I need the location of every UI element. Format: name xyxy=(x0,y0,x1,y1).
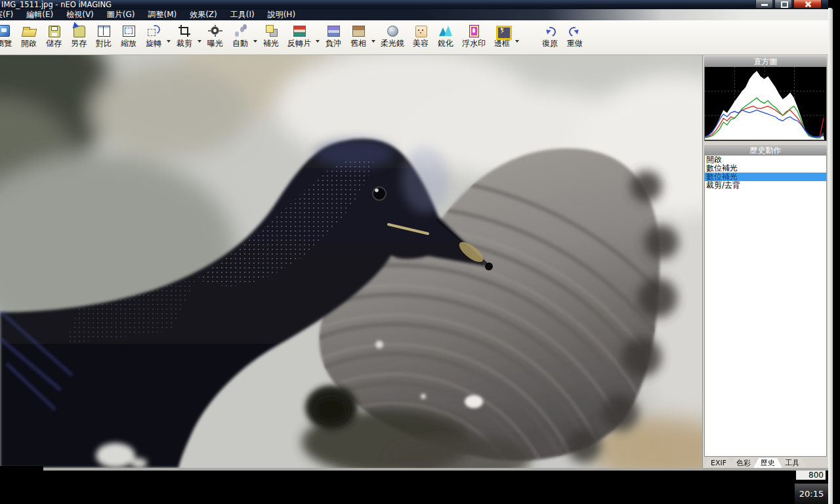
toolbar-group: 重做 xyxy=(562,22,587,49)
toolbar-button-label: 邊框 xyxy=(494,39,510,49)
crop-icon xyxy=(176,23,193,39)
toolbar-button-compare[interactable]: 對比 xyxy=(91,22,116,49)
beauty-icon xyxy=(412,23,429,39)
menu-item-7[interactable]: 說明(H) xyxy=(261,9,302,20)
toolbar-button-exposure[interactable]: 曝光 xyxy=(203,22,228,49)
toolbar-button-label: 縮放 xyxy=(121,39,136,49)
toolbar-group: 開啟 xyxy=(16,22,41,49)
menu-item-0[interactable]: 檔案(F) xyxy=(0,9,20,20)
toolbar-button-label: 反轉片 xyxy=(287,39,311,49)
window-right-frame xyxy=(828,8,833,504)
rotate-icon xyxy=(145,23,162,39)
dropdown-arrow-icon[interactable] xyxy=(253,23,259,49)
sidebar-tab-1[interactable]: 色彩 xyxy=(729,458,758,468)
toolbar-button-label: 對比 xyxy=(96,39,112,49)
title-bar[interactable]: IMG_1511.jpg - nEO iMAGING xyxy=(0,0,828,9)
toolbar-group: 負沖 xyxy=(321,22,346,49)
history-item-3[interactable]: 裁剪/去背 xyxy=(705,181,826,190)
toolbar: 瀏覽開啟儲存另存對比縮放旋轉裁剪曝光自動補光反轉片負沖舊相柔光鏡美容銳化浮水印邊… xyxy=(0,20,828,55)
toolbar-group: 曝光 xyxy=(203,22,228,49)
toolbar-button-sharpen[interactable]: 銳化 xyxy=(433,22,458,49)
desktop-black-area xyxy=(0,471,840,504)
toolbar-button-label: 自動 xyxy=(232,39,248,49)
soft-focus-icon xyxy=(384,23,401,39)
sharpen-icon xyxy=(437,23,454,39)
toolbar-button-cross-process[interactable]: 負沖 xyxy=(321,22,346,49)
toolbar-group: 柔光鏡 xyxy=(377,22,408,49)
toolbar-button-label: 曝光 xyxy=(207,39,223,49)
sidebar-tab-2[interactable]: 歷史 xyxy=(753,458,782,468)
right-sidebar: 直方圖 歷史動作 開啟數位補光數位補光裁剪/去背 EXIF色彩歷史工具 xyxy=(702,55,828,468)
toolbar-button-label: 儲存 xyxy=(46,39,62,49)
zoom-fit-icon xyxy=(120,23,137,39)
old-photo-icon xyxy=(350,23,367,39)
menu-item-1[interactable]: 編輯(E) xyxy=(20,9,60,20)
toolbar-button-label: 裁剪 xyxy=(177,39,192,49)
toolbar-group: 自動 xyxy=(228,22,259,49)
window-controls xyxy=(754,0,822,9)
menu-item-3[interactable]: 圖片(G) xyxy=(100,9,142,20)
screen: IMG_1511.jpg - nEO iMAGING 檔案(F)編輯(E)檢視(… xyxy=(0,0,840,504)
toolbar-button-save[interactable]: 儲存 xyxy=(41,22,66,49)
toolbar-button-old-photo[interactable]: 舊相 xyxy=(346,22,371,49)
history-panel-title: 歷史動作 xyxy=(704,145,827,156)
menu-item-6[interactable]: 工具(I) xyxy=(224,9,261,20)
toolbar-button-label: 浮水印 xyxy=(462,39,486,49)
toolbar-button-beauty[interactable]: 美容 xyxy=(408,22,433,49)
cross-process-icon xyxy=(325,23,342,39)
histogram-chart xyxy=(705,67,824,140)
close-button[interactable] xyxy=(793,0,822,9)
histogram-panel-title: 直方圖 xyxy=(704,56,827,67)
minimize-button[interactable] xyxy=(755,0,773,9)
sidebar-tab-0[interactable]: EXIF xyxy=(704,458,734,468)
menu-item-2[interactable]: 檢視(V) xyxy=(60,9,100,20)
dropdown-arrow-icon[interactable] xyxy=(166,23,172,49)
compare-icon xyxy=(95,23,112,39)
menu-item-4[interactable]: 調整(M) xyxy=(141,9,183,20)
toolbar-group: 旋轉 xyxy=(141,22,172,49)
dropdown-arrow-icon[interactable] xyxy=(514,23,520,49)
toolbar-button-browse[interactable]: 瀏覽 xyxy=(0,22,16,49)
neo-imaging-window: IMG_1511.jpg - nEO iMAGING 檔案(F)編輯(E)檢視(… xyxy=(0,0,828,471)
toolbar-button-rotate[interactable]: 旋轉 xyxy=(141,22,166,49)
history-list: 開啟數位補光數位補光裁剪/去背 xyxy=(704,156,827,457)
save-as-icon xyxy=(70,23,87,39)
menu-item-5[interactable]: 效果(Z) xyxy=(183,9,224,20)
toolbar-button-save-as[interactable]: 另存 xyxy=(66,22,91,49)
toolbar-group: 縮放 xyxy=(116,22,141,49)
toolbar-button-auto[interactable]: 自動 xyxy=(228,22,253,49)
dropdown-arrow-icon[interactable] xyxy=(197,23,203,49)
toolbar-button-crop[interactable]: 裁剪 xyxy=(172,22,197,49)
toolbar-button-fill-light[interactable]: 補光 xyxy=(259,22,284,49)
toolbar-button-frame[interactable]: 邊框 xyxy=(490,22,514,49)
toolbar-button-reversal-film[interactable]: 反轉片 xyxy=(284,22,315,49)
restore-button[interactable] xyxy=(774,0,792,9)
toolbar-button-zoom-fit[interactable]: 縮放 xyxy=(116,22,141,49)
toolbar-group: 浮水印 xyxy=(458,22,490,49)
toolbar-group: 裁剪 xyxy=(172,22,203,49)
toolbar-button-watermark[interactable]: 浮水印 xyxy=(458,22,490,49)
toolbar-button-label: 復原 xyxy=(542,39,558,49)
watermark-icon xyxy=(465,23,482,39)
toolbar-group: 對比 xyxy=(91,22,116,49)
menu-bar: 檔案(F)編輯(E)檢視(V)圖片(G)調整(M)效果(Z)工具(I)說明(H) xyxy=(0,9,828,20)
toolbar-button-label: 另存 xyxy=(71,39,87,49)
toolbar-button-open[interactable]: 開啟 xyxy=(16,22,41,49)
toolbar-group: 另存 xyxy=(66,22,91,49)
reversal-film-icon xyxy=(291,23,308,39)
workspace: 直方圖 歷史動作 開啟數位補光數位補光裁剪/去背 EXIF色彩歷史工具 xyxy=(0,55,828,468)
sidebar-tab-3[interactable]: 工具 xyxy=(778,458,807,468)
toolbar-button-redo[interactable]: 重做 xyxy=(562,22,587,49)
browse-icon xyxy=(0,23,12,39)
toolbar-button-label: 舊相 xyxy=(350,39,366,49)
open-icon xyxy=(20,23,37,39)
toolbar-button-undo[interactable]: 復原 xyxy=(537,22,562,49)
toolbar-button-soft-focus[interactable]: 柔光鏡 xyxy=(377,22,408,49)
toolbar-group: 補光 xyxy=(259,22,284,49)
toolbar-group: 舊相 xyxy=(346,22,377,49)
photo-canvas[interactable] xyxy=(0,55,702,468)
toolbar-button-label: 柔光鏡 xyxy=(381,39,404,49)
sidebar-tab-bar: EXIF色彩歷史工具 xyxy=(704,457,827,468)
dropdown-arrow-icon[interactable] xyxy=(315,23,321,49)
dropdown-arrow-icon[interactable] xyxy=(371,23,377,49)
